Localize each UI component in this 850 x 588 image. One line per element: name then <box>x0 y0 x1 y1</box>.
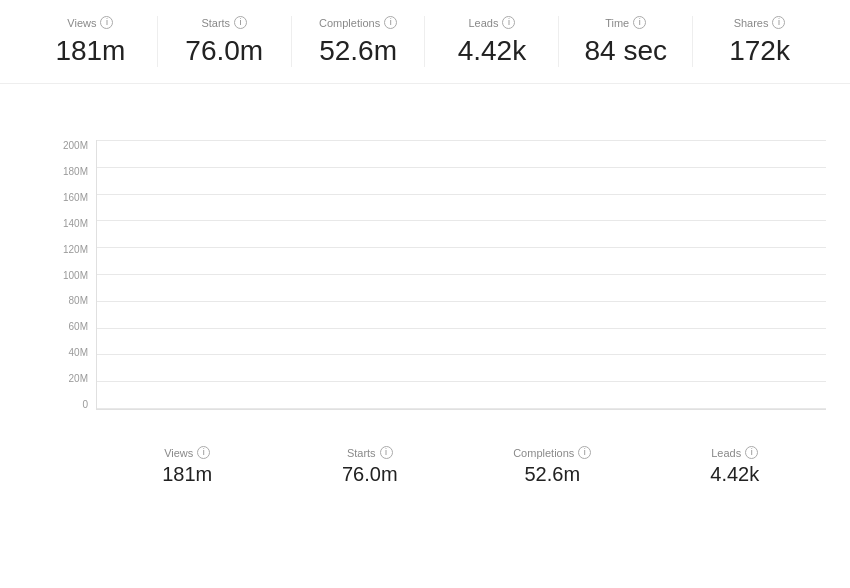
metric-time: Time i 84 sec <box>559 16 693 67</box>
chart-label-text-completions: Completions i <box>513 446 591 459</box>
chart-label-text-leads: Leads i <box>711 446 758 459</box>
info-icon-completions[interactable]: i <box>384 16 397 29</box>
bars-row <box>97 140 826 409</box>
metric-views: Views i 181m <box>24 16 158 67</box>
info-icon-chart-completions[interactable]: i <box>578 446 591 459</box>
metric-leads: Leads i 4.42k <box>425 16 559 67</box>
info-icon-chart-views[interactable]: i <box>197 446 210 459</box>
chart-container: 020M40M60M80M100M120M140M160M180M200M <box>24 140 826 440</box>
metric-value-leads: 4.42k <box>458 35 527 67</box>
y-tick: 20M <box>24 373 88 384</box>
metric-starts: Starts i 76.0m <box>158 16 292 67</box>
y-tick: 80M <box>24 295 88 306</box>
y-axis: 020M40M60M80M100M120M140M160M180M200M <box>24 140 96 410</box>
info-icon-starts[interactable]: i <box>234 16 247 29</box>
y-tick: 0 <box>24 399 88 410</box>
metric-label-text: Views <box>67 17 96 29</box>
metric-label-text: Leads <box>468 17 498 29</box>
y-tick: 200M <box>24 140 88 151</box>
metric-label-shares: Shares i <box>734 16 786 29</box>
y-tick: 160M <box>24 192 88 203</box>
metric-label-text: Starts <box>201 17 230 29</box>
metric-label-time: Time i <box>605 16 646 29</box>
metric-value-starts: 76.0m <box>185 35 263 67</box>
chart-label-completions: Completions i 52.6m <box>461 446 644 486</box>
chart-label-value-completions: 52.6m <box>524 463 580 486</box>
metric-label-leads: Leads i <box>468 16 515 29</box>
info-icon-chart-leads[interactable]: i <box>745 446 758 459</box>
metric-value-shares: 172k <box>729 35 790 67</box>
top-metrics-bar: Views i 181m Starts i 76.0m Completions … <box>0 0 850 84</box>
section-title <box>0 84 850 116</box>
chart-label-value-leads: 4.42k <box>710 463 759 486</box>
chart-label-value-starts: 76.0m <box>342 463 398 486</box>
chart-label-value-views: 181m <box>162 463 212 486</box>
metric-shares: Shares i 172k <box>693 16 826 67</box>
chart-label-text-starts: Starts i <box>347 446 393 459</box>
chart-label-views: Views i 181m <box>96 446 279 486</box>
metric-label-text: Time <box>605 17 629 29</box>
metric-label-text: Completions <box>319 17 380 29</box>
chart-label-leads: Leads i 4.42k <box>644 446 827 486</box>
chart-label-name: Leads <box>711 447 741 459</box>
metric-label-views: Views i <box>67 16 113 29</box>
metric-value-completions: 52.6m <box>319 35 397 67</box>
metric-completions: Completions i 52.6m <box>292 16 426 67</box>
y-tick: 180M <box>24 166 88 177</box>
metric-label-completions: Completions i <box>319 16 397 29</box>
chart-label-name: Starts <box>347 447 376 459</box>
metric-label-text: Shares <box>734 17 769 29</box>
y-tick: 140M <box>24 218 88 229</box>
info-icon-shares[interactable]: i <box>772 16 785 29</box>
chart-label-name: Completions <box>513 447 574 459</box>
y-tick: 120M <box>24 244 88 255</box>
chart-labels: Views i 181m Starts i 76.0m Completions … <box>24 446 826 486</box>
metric-value-time: 84 sec <box>584 35 667 67</box>
metric-value-views: 181m <box>55 35 125 67</box>
chart-label-text-views: Views i <box>164 446 210 459</box>
y-tick: 60M <box>24 321 88 332</box>
metric-label-starts: Starts i <box>201 16 247 29</box>
info-icon-views[interactable]: i <box>100 16 113 29</box>
info-icon-leads[interactable]: i <box>502 16 515 29</box>
y-tick: 100M <box>24 270 88 281</box>
info-icon-chart-starts[interactable]: i <box>380 446 393 459</box>
chart-label-name: Views <box>164 447 193 459</box>
chart-plot <box>96 140 826 410</box>
y-tick: 40M <box>24 347 88 358</box>
chart-area: 020M40M60M80M100M120M140M160M180M200M Vi… <box>0 132 850 486</box>
description-text <box>0 116 850 132</box>
info-icon-time[interactable]: i <box>633 16 646 29</box>
chart-label-starts: Starts i 76.0m <box>279 446 462 486</box>
